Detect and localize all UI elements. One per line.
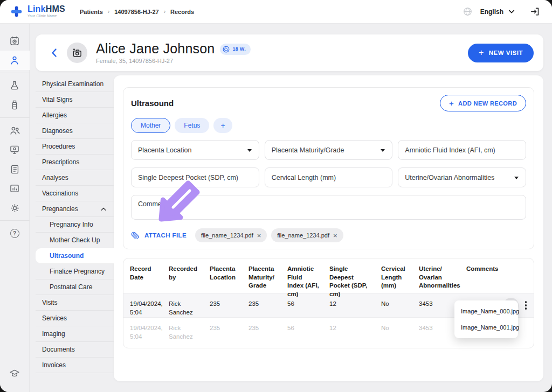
rail-item-billing[interactable]	[0, 179, 30, 198]
attached-file-chip[interactable]: file_name_1234.pdf ×	[195, 228, 267, 242]
col-placenta-location: Placenta Location	[203, 258, 242, 293]
breadcrumb-records[interactable]: Records	[170, 9, 194, 15]
billing-chart-icon	[9, 183, 20, 194]
patient-person-icon	[9, 55, 20, 66]
nav-item-services[interactable]: Services	[36, 311, 114, 326]
top-bar: LinkHMS Your Clinic Name Patients › 1409…	[0, 0, 552, 24]
col-recorded-by: Recorded by	[162, 258, 203, 293]
rail-item-laboratory[interactable]	[0, 76, 30, 95]
nav-item-vaccinations[interactable]: Vaccinations	[36, 186, 114, 201]
nav-item-invoices[interactable]: Invoices	[36, 358, 114, 373]
tab-fetus[interactable]: Fetus	[175, 118, 209, 133]
rail-item-help[interactable]: ?	[0, 223, 30, 243]
attachment-menu-item[interactable]: Image_Name_000.jpg	[454, 303, 518, 319]
rail-item-schedule[interactable]	[0, 31, 30, 51]
logout-icon	[530, 6, 540, 17]
rail-divider	[0, 73, 30, 73]
attach-file-label: ATTACH FILE	[144, 232, 187, 239]
breadcrumb-patients[interactable]: Patients	[80, 9, 103, 15]
chevron-up-icon	[101, 207, 106, 211]
nav-item-finalize-pregnancy[interactable]: Finalize Pregnancy	[36, 264, 114, 279]
rail-item-education[interactable]	[0, 364, 30, 383]
language-label: English	[480, 8, 503, 16]
nav-item-postnatal-care[interactable]: Postnatal Care	[36, 279, 114, 295]
cervical-length-input[interactable]: Cervical Length (mm)	[265, 167, 393, 187]
paperclip-icon	[131, 232, 139, 240]
primary-icon-rail: ?	[0, 24, 30, 392]
ultrasound-form-section: Ultrasound + ADD NEW RECORD Mother Fetus…	[123, 87, 534, 249]
help-icon: ?	[10, 229, 19, 238]
remove-file-icon[interactable]: ×	[257, 232, 261, 239]
breadcrumb-patient-id[interactable]: 14097856-HJ-27	[114, 9, 159, 15]
new-visit-button[interactable]: + NEW VISIT	[468, 44, 534, 62]
lab-flask-icon	[9, 80, 20, 91]
globe-icon	[463, 6, 473, 17]
nav-item-ultrasound[interactable]: Ultrasound	[36, 248, 114, 264]
rail-item-staff[interactable]	[0, 121, 30, 140]
nav-item-diagnoses[interactable]: Diagnoses	[36, 123, 114, 139]
breadcrumb-separator: ›	[108, 9, 109, 15]
nav-item-pregnancies[interactable]: Pregnancies	[36, 201, 114, 217]
afi-input[interactable]: Amniotic Fluid Index (AFI, cm)	[398, 140, 526, 160]
sdp-input[interactable]: Single Deepest Pocket (SDP, cm)	[131, 167, 259, 187]
rail-divider	[0, 220, 30, 221]
add-tab-button[interactable]: +	[213, 118, 232, 133]
logo-cross-icon	[10, 5, 23, 18]
language-selector[interactable]: English	[480, 8, 515, 16]
gear-icon	[9, 202, 20, 214]
breadcrumb-separator: ›	[164, 9, 165, 15]
col-placenta-maturity: Placenta Maturity/ Grade	[242, 258, 281, 293]
col-sdp: Single Deepest Pocket (SDP, cm)	[323, 258, 375, 293]
caret-down-icon	[381, 149, 385, 152]
tab-mother[interactable]: Mother	[131, 118, 170, 133]
back-button[interactable]	[47, 46, 60, 59]
nav-item-imaging[interactable]: Imaging	[36, 326, 114, 342]
patient-avatar-upload[interactable]	[67, 43, 87, 63]
nav-item-vital-signs[interactable]: Vital Signs	[36, 92, 114, 108]
uterine-abnormalities-select[interactable]: Uterine/Ovarian Abnormalities	[398, 167, 526, 187]
patient-subtitle: Female, 35, 14097856-HJ-27	[96, 58, 251, 64]
caret-down-icon	[247, 149, 252, 152]
nav-item-visits[interactable]: Visits	[36, 295, 114, 311]
col-uterine-abnormalities: Uterine/ Ovarian Abnormalities	[412, 258, 460, 293]
app-window: LinkHMS Your Clinic Name Patients › 1409…	[0, 0, 552, 392]
placenta-location-select[interactable]: Placenta Location	[131, 140, 259, 160]
nav-item-allergies[interactable]: Allergies	[36, 108, 114, 123]
nav-item-documents[interactable]: Documents	[36, 342, 114, 358]
gestation-badge-label: 18 W.	[232, 46, 246, 52]
comments-textarea[interactable]: Comments	[131, 195, 526, 220]
plus-icon: +	[479, 48, 484, 57]
remove-file-icon[interactable]: ×	[333, 232, 337, 239]
attached-file-chip[interactable]: file_name_1234.pdf ×	[271, 228, 343, 242]
rail-item-patients[interactable]	[0, 51, 30, 70]
rail-item-settings[interactable]	[0, 198, 30, 218]
rail-item-pharmacy[interactable]	[0, 95, 30, 115]
logo-tagline: Your Clinic Name	[27, 15, 65, 18]
section-title: Ultrasound	[131, 99, 174, 108]
rail-item-records[interactable]	[0, 159, 30, 179]
nav-item-physical-examination[interactable]: Physical Examination	[36, 76, 114, 92]
camera-plus-icon	[72, 47, 82, 58]
staff-people-icon	[9, 125, 20, 136]
attach-file-button[interactable]: ATTACH FILE	[131, 232, 187, 240]
col-record-date: Record Date	[123, 258, 162, 293]
document-icon	[10, 164, 20, 174]
row-menu-button[interactable]	[523, 299, 529, 312]
rail-item-workstation[interactable]	[0, 140, 30, 159]
attachment-menu-item[interactable]: Image_Name_001.jpg	[454, 319, 518, 335]
nav-item-prescriptions[interactable]: Prescriptions	[36, 155, 114, 170]
patient-name: Alice Jane Johnson	[96, 41, 215, 57]
col-cervical-length: Cervical Length (mm)	[375, 258, 412, 293]
logout-button[interactable]	[530, 6, 540, 17]
add-new-record-button[interactable]: + ADD NEW RECORD	[440, 95, 526, 111]
nav-item-procedures[interactable]: Procedures	[36, 139, 114, 155]
record-sections-nav: Physical Examination Vital Signs Allergi…	[36, 76, 114, 373]
app-logo[interactable]: LinkHMS Your Clinic Name	[0, 5, 80, 18]
nav-item-mother-check-up[interactable]: Mother Check Up	[36, 233, 114, 248]
placenta-maturity-select[interactable]: Placenta Maturity/Grade	[265, 140, 393, 160]
nav-item-analyses[interactable]: Analyses	[36, 170, 114, 186]
nav-item-pregnancy-info[interactable]: Pregnancy Info	[36, 217, 114, 233]
medicine-bottle-icon	[9, 100, 20, 110]
graduation-cap-icon	[9, 368, 20, 379]
file-name: file_name_1234.pdf	[201, 232, 253, 239]
